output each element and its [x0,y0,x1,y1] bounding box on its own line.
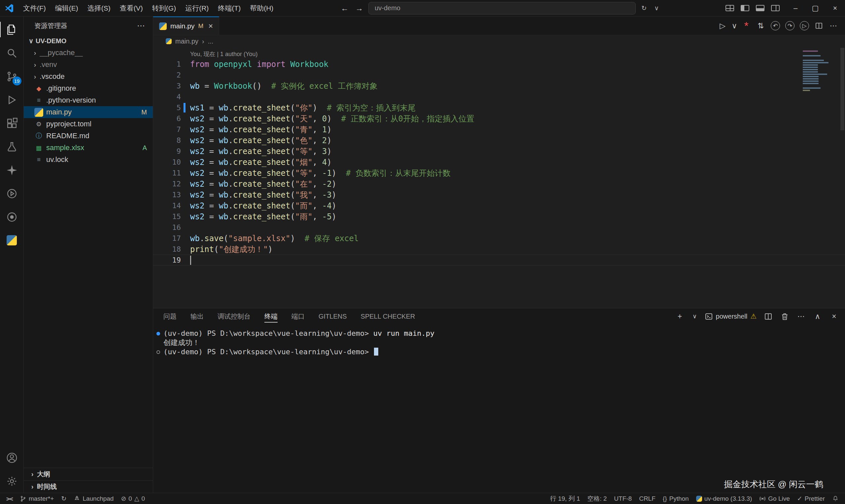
activity-extension-circle[interactable] [0,205,24,229]
code-line-6[interactable]: 6ws2 = wb.create_sheet("天", 0) # 正数索引：从0… [153,113,845,124]
indentation-item[interactable]: 空格: 2 [584,493,610,504]
panel-tab-output[interactable]: 输出 [191,308,204,324]
activity-python-env[interactable] [0,229,24,252]
breadcrumb-symbol[interactable]: ... [208,38,214,45]
terminal-dropdown-icon[interactable]: ∨ [691,311,698,321]
activity-extensions[interactable] [0,111,24,135]
tree-item-sample-xlsx[interactable]: ▦sample.xlsxA [24,142,153,154]
code-line-3[interactable]: 3wb = Workbook() # 实例化 excel 工作簿对象 [153,80,845,91]
minimap[interactable] [803,51,838,94]
menu-selection[interactable]: 选择(S) [83,0,115,16]
split-editor-icon[interactable] [813,19,825,32]
panel-tab-ports[interactable]: 端口 [292,308,305,324]
code-line-14[interactable]: 14ws2 = wb.create_sheet("而", -4) [153,200,845,211]
close-tab-icon[interactable]: × [208,21,213,31]
gitlens-launchpad-item[interactable]: Launchpad [70,493,117,504]
nav-forward-icon[interactable]: → [352,4,366,13]
maximize-panel-icon[interactable]: ∧ [813,311,823,321]
code-line-5[interactable]: 5ws1 = wb.create_sheet("你") # 索引为空：插入到末尾 [153,102,845,113]
panel-tab-terminal[interactable]: 终端 [264,308,278,324]
go-live-item[interactable]: Go Live [756,493,793,504]
close-button[interactable]: × [825,0,845,17]
tree-item-main-py[interactable]: main.pyM [24,106,153,118]
code-line-17[interactable]: 17wb.save("sample.xlsx") # 保存 excel [153,233,845,244]
tree-item-uv-lock[interactable]: ≡uv.lock [24,154,153,166]
run-python-button[interactable]: ▷ [716,19,729,32]
command-decoration-icon[interactable] [153,332,163,336]
code-line-16[interactable]: 16 [153,222,845,233]
git-branch-item[interactable]: master*+ [16,493,58,504]
activity-extension-sparkle[interactable] [0,158,24,182]
code-line-2[interactable]: 2 [153,70,845,80]
kill-terminal-icon[interactable] [780,311,790,321]
code-line-4[interactable]: 4 [153,91,845,102]
panel-tab-debug-console[interactable]: 调试控制台 [217,308,250,324]
menu-help[interactable]: 帮助(H) [245,0,278,16]
code-runner-icon[interactable]: * [740,19,753,32]
breadcrumb-file[interactable]: main.py [175,38,198,45]
editor-scrollbar[interactable] [840,48,844,130]
panel-tab-gitlens[interactable]: GITLENS [318,308,347,324]
activity-accounts[interactable] [0,446,24,469]
more-actions-icon[interactable]: ⋯ [137,21,145,30]
tree-item-pycache[interactable]: ›__pycache__ [24,47,153,59]
language-item[interactable]: {} Python [659,493,692,504]
more-actions-icon[interactable]: ⋯ [796,311,806,321]
activity-explorer[interactable] [0,18,24,41]
tree-item-pyproject-toml[interactable]: ⚙pyproject.toml [24,118,153,130]
more-actions-icon[interactable]: ⋯ [827,19,840,32]
history-icon[interactable]: ↻ [638,4,650,12]
encoding-item[interactable]: UTF-8 [610,493,635,504]
chevron-down-icon[interactable]: ∨ [650,4,663,12]
codelens[interactable]: You, 现在 | 1 author (You) [190,49,845,59]
sync-icon[interactable]: ↻ [57,493,70,504]
split-terminal-icon[interactable] [763,311,773,321]
code-line-10[interactable]: 10ws2 = wb.create_sheet("烟", 4) [153,157,845,167]
run-circle-icon[interactable]: ▷ [800,21,809,30]
panel-tab-spell-checker[interactable]: SPELL CHECKER [361,308,415,324]
activity-run-debug[interactable] [0,88,24,111]
tree-item-venv[interactable]: ›.venv [24,59,153,71]
prettier-item[interactable]: ✓ Prettier [793,493,828,504]
code-line-8[interactable]: 8ws2 = wb.create_sheet("色", 2) [153,135,845,146]
command-center[interactable]: uv-demo [368,2,636,15]
activity-search[interactable] [0,41,24,65]
panel-tab-problems[interactable]: 问题 [163,308,177,324]
run-dropdown-icon[interactable]: ∨ [731,19,738,32]
problems-item[interactable]: ⊘ 0 △ 0 [117,493,148,504]
tree-item-vscode[interactable]: ›.vscode [24,71,153,83]
compare-icon[interactable]: ⇅ [755,19,767,32]
nav-back-icon[interactable]: ← [337,4,352,13]
minimize-button[interactable]: – [786,0,805,17]
tree-item-readme-md[interactable]: ⓘREADME.md [24,130,153,142]
python-interpreter-item[interactable]: uv-demo (3.13.3) [692,493,756,504]
code-line-1[interactable]: 1from openpyxl import Workbook [153,59,845,70]
menu-terminal[interactable]: 终端(T) [213,0,245,16]
tree-item-python-version[interactable]: ≡.python-version [24,94,153,106]
code-editor[interactable]: You, 现在 | 1 author (You) 1from openpyxl … [153,47,845,308]
notifications-item[interactable] [828,493,842,504]
customize-layout-icon[interactable] [725,5,734,11]
toggle-sidebar-icon[interactable] [741,5,749,11]
toggle-secondary-sidebar-icon[interactable] [771,5,780,11]
new-terminal-icon[interactable]: + [675,311,685,321]
code-line-9[interactable]: 9ws2 = wb.create_sheet("等", 3) [153,146,845,157]
menu-file[interactable]: 文件(F) [18,0,51,16]
terminal-shell-item[interactable]: powershell ⚠ [705,312,757,321]
jump-forward-icon[interactable]: ↷ [785,21,794,30]
sidebar-section-outline[interactable]: ›大纲 [24,468,153,480]
code-line-15[interactable]: 15ws2 = wb.create_sheet("雨", -5) [153,211,845,222]
menu-edit[interactable]: 编辑(E) [51,0,83,16]
sidebar-section-timeline[interactable]: ›时间线 [24,480,153,493]
code-line-18[interactable]: 18print("创建成功！") [153,244,845,255]
maximize-button[interactable]: ▢ [805,0,825,17]
menu-go[interactable]: 转到(G) [147,0,180,16]
menu-view[interactable]: 查看(V) [115,0,147,16]
activity-settings[interactable] [0,469,24,493]
tree-item-gitignore[interactable]: ◆.gitignore [24,83,153,94]
eol-item[interactable]: CRLF [635,493,659,504]
cursor-position-item[interactable]: 行 19, 列 1 [546,493,584,504]
toggle-panel-icon[interactable] [756,5,764,11]
activity-testing[interactable] [0,135,24,158]
activity-source-control[interactable]: 19 [0,65,24,88]
